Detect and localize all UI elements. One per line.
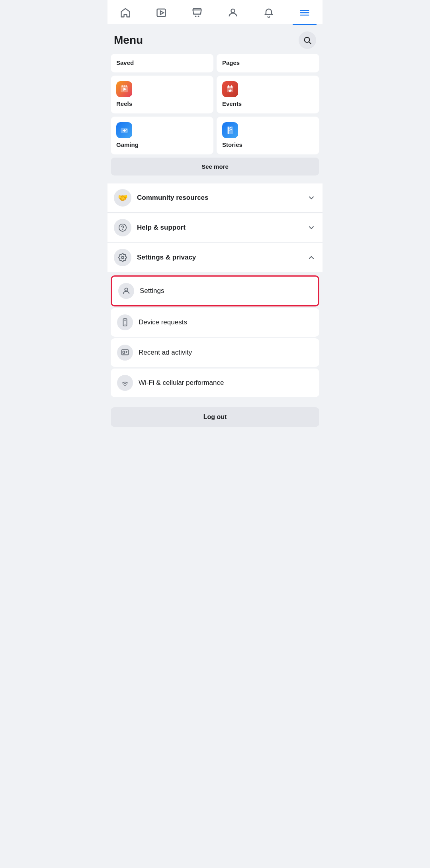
nav-profile[interactable] (221, 4, 245, 21)
accordion-settings-header[interactable]: Settings & privacy (108, 243, 322, 272)
nav-bar (108, 0, 322, 25)
sub-item-recent-ad-activity[interactable]: Recent ad activity (111, 338, 319, 367)
accordion-community-header[interactable]: 🤝 Community resources (108, 183, 322, 213)
grid-item-stories[interactable]: Stories (217, 117, 319, 154)
svg-point-13 (123, 85, 125, 87)
settings-sub-items: Settings Device requests (108, 272, 322, 400)
menu-icon (299, 7, 310, 18)
grid-row-1: Saved Pages (111, 54, 319, 72)
community-chevron (307, 193, 316, 203)
reels-label: Reels (116, 100, 132, 107)
grid-item-saved[interactable]: Saved (111, 54, 213, 72)
gaming-icon (116, 122, 132, 138)
grid-container: Saved Pages Reels (108, 54, 322, 180)
svg-point-26 (123, 229, 123, 230)
events-icon (222, 81, 238, 97)
svg-point-4 (231, 9, 235, 13)
events-label: Events (222, 100, 242, 107)
section-divider-1 (108, 180, 322, 183)
stories-icon (222, 122, 238, 138)
sub-item-settings[interactable]: Settings (111, 275, 319, 306)
settings-privacy-icon (114, 249, 131, 266)
svg-marker-1 (160, 11, 164, 14)
pages-label: Pages (222, 59, 240, 66)
settings-privacy-chevron (307, 253, 316, 262)
bell-icon (263, 7, 274, 18)
svg-point-27 (121, 256, 124, 259)
grid-item-events[interactable]: Events (217, 76, 319, 113)
help-label: Help & support (137, 224, 307, 232)
gaming-label: Gaming (116, 141, 139, 148)
svg-rect-33 (123, 351, 125, 353)
wifi-cellular-icon (117, 375, 133, 391)
accordion-community-resources: 🤝 Community resources (108, 183, 322, 213)
menu-title: Menu (114, 34, 143, 47)
grid-item-reels[interactable]: Reels (111, 76, 213, 113)
home-icon (120, 7, 131, 18)
bottom-spacer (108, 430, 322, 438)
menu-header: Menu (108, 25, 322, 54)
wifi-cellular-label: Wi-Fi & cellular performance (139, 379, 224, 387)
marketplace-icon (192, 7, 203, 18)
nav-home[interactable] (113, 4, 137, 21)
community-label: Community resources (137, 194, 307, 202)
accordion-settings-privacy: Settings & privacy Settings (108, 243, 322, 400)
svg-point-2 (195, 16, 197, 18)
grid-row-3: Gaming Stories (111, 117, 319, 154)
nav-watch[interactable] (149, 4, 173, 21)
search-icon (303, 36, 312, 45)
svg-point-12 (121, 85, 123, 87)
accordion-help-support: Help & support (108, 213, 322, 242)
recent-ad-label: Recent ad activity (139, 349, 192, 357)
divider-3 (108, 401, 322, 404)
svg-point-14 (125, 85, 127, 87)
reels-icon (116, 81, 132, 97)
svg-point-30 (125, 324, 125, 325)
device-requests-label: Device requests (139, 318, 187, 326)
recent-ad-icon (117, 345, 133, 361)
help-chevron (307, 223, 316, 232)
search-button[interactable] (299, 31, 316, 49)
stories-label: Stories (222, 141, 242, 148)
settings-privacy-label: Settings & privacy (137, 254, 307, 261)
grid-item-gaming[interactable]: Gaming (111, 117, 213, 154)
grid-row-2: Reels Events (111, 76, 319, 113)
community-icon: 🤝 (114, 189, 131, 207)
svg-point-36 (125, 385, 125, 386)
svg-point-28 (125, 288, 127, 291)
profile-icon (227, 7, 238, 18)
svg-rect-29 (123, 319, 127, 326)
see-more-button[interactable]: See more (111, 158, 319, 176)
nav-marketplace[interactable] (185, 4, 209, 21)
grid-item-pages[interactable]: Pages (217, 54, 319, 72)
settings-icon (118, 283, 134, 299)
watch-icon (156, 7, 167, 18)
svg-rect-16 (227, 86, 233, 88)
nav-notifications[interactable] (257, 4, 281, 21)
nav-menu[interactable] (293, 4, 317, 21)
accordion-help-header[interactable]: Help & support (108, 213, 322, 242)
svg-line-9 (309, 42, 311, 44)
saved-label: Saved (116, 59, 134, 66)
svg-point-24 (125, 131, 126, 131)
svg-point-23 (126, 129, 127, 130)
sub-item-device-requests[interactable]: Device requests (111, 308, 319, 337)
svg-point-3 (198, 16, 199, 18)
help-icon (114, 219, 131, 236)
sub-item-wifi-cellular[interactable]: Wi-Fi & cellular performance (111, 369, 319, 397)
log-out-button[interactable]: Log out (111, 407, 319, 427)
device-requests-icon (117, 314, 133, 330)
settings-label: Settings (140, 287, 164, 295)
